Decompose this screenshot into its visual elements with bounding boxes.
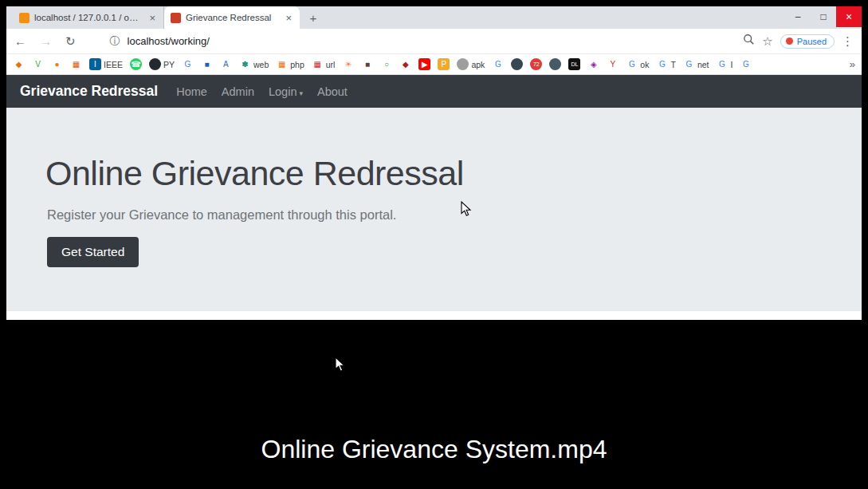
browser-titlebar: localhost / 127.0.0.1 / onlinegrie × Gri… [6,6,862,29]
bookmark-favicon-icon: ◆ [13,58,25,70]
tab-close-icon[interactable]: × [147,13,157,23]
close-button[interactable]: × [836,6,862,27]
bookmark-favicon-icon: ○ [380,58,392,70]
mouse-cursor-secondary [335,357,346,373]
bookmark-star-icon[interactable]: ☆ [762,35,772,47]
bookmark-favicon-icon: ◈ [587,58,599,70]
bookmark-favicon-icon: G [182,58,194,70]
bookmark-item[interactable]: ◆ [13,58,25,70]
bookmark-favicon-icon: G [740,58,752,70]
bookmark-item[interactable] [511,58,523,70]
bookmark-favicon-icon [457,58,469,70]
bookmark-favicon-icon: G [626,58,638,70]
hero-jumbotron: Online Grievance Redressal Register your… [6,108,862,311]
tab-title: localhost / 127.0.0.1 / onlinegrie [34,13,143,22]
tab-favicon-icon [171,13,181,23]
url-input[interactable]: localhost/working/ [128,35,744,47]
bookmark-favicon-icon: G [716,58,728,70]
bookmark-item[interactable]: G ok [626,58,649,70]
tab-favicon-icon [19,13,29,23]
hero-title: Online Grievance Redressal [45,154,862,193]
bookmark-favicon-icon: ◆ [399,58,411,70]
bookmark-item[interactable]: ▦ url [312,58,336,70]
bookmark-item[interactable]: I IEEE [89,58,123,70]
bookmark-item[interactable]: ✽ web [239,58,269,70]
bookmark-item[interactable]: PY [149,58,175,70]
tab-title: Grievance Redressal [186,13,279,22]
bookmark-item[interactable]: ☎ [130,58,142,70]
bookmarks-overflow-icon[interactable]: » [850,58,855,70]
bookmark-favicon-icon: ✽ [239,58,251,70]
bookmark-favicon-icon: ▶ [418,58,430,70]
bookmark-favicon-icon: ☀ [342,58,354,70]
bookmark-item[interactable]: V [32,58,44,70]
bookmark-favicon-icon: ● [51,58,63,70]
maximize-button[interactable]: □ [811,6,836,27]
video-caption: Online Grievance System.mp4 [0,435,868,464]
bookmark-favicon-icon: I [89,58,101,70]
tab-phpmyadmin[interactable]: localhost / 127.0.0.1 / onlinegrie × [13,6,164,29]
bookmark-item[interactable]: ▦ [70,58,82,70]
bookmark-favicon-icon: G [656,58,668,70]
address-bar-actions: ☆ Paused ⋮ [743,34,854,49]
bookmarks-list: ◆ V ● ▦ I IEEE ☎ PY G ■ A ✽ web [13,58,759,70]
back-icon[interactable]: ← [14,35,26,47]
bookmark-label: IEEE [104,60,123,69]
bookmark-favicon-icon: ■ [201,58,213,70]
bookmark-item[interactable]: ● [51,58,63,70]
bookmark-favicon-icon: ▦ [70,58,82,70]
nav-link-login[interactable]: Login▾ [261,85,310,98]
bookmark-item[interactable]: 72 [530,58,542,70]
bookmark-item[interactable]: apk [457,58,485,70]
bookmark-item[interactable]: ○ [380,58,392,70]
bookmark-favicon-icon: Y [607,58,619,70]
bookmark-item[interactable]: G T [656,58,675,70]
bookmark-favicon-icon: P [438,58,450,70]
bookmark-item[interactable]: P [438,58,450,70]
bookmark-item[interactable]: ◈ [587,58,599,70]
bookmark-item[interactable]: ☀ [342,58,354,70]
nav-link-about[interactable]: About [310,85,355,98]
browser-menu-icon[interactable]: ⋮ [842,35,854,47]
paused-label: Paused [797,37,827,46]
bookmark-label: web [253,60,269,69]
bookmark-favicon-icon: 72 [530,58,542,70]
nav-link-home[interactable]: Home [169,85,214,98]
bookmark-favicon-icon: A [220,58,232,70]
bookmark-item[interactable] [549,58,561,70]
bookmark-label: I [730,60,732,69]
extension-icon [786,37,793,45]
get-started-button[interactable]: Get Started [47,237,139,267]
bookmark-item[interactable]: G [740,58,752,70]
bookmark-item[interactable]: ▶ [418,58,430,70]
bookmark-item[interactable]: G [492,58,504,70]
extension-paused-badge[interactable]: Paused [780,34,835,49]
bookmark-favicon-icon [511,58,523,70]
bookmark-favicon-icon: ▦ [312,58,324,70]
page-info-icon[interactable]: ⓘ [110,34,120,49]
bookmark-item[interactable]: G [182,58,194,70]
zoom-icon[interactable] [743,34,755,49]
chevron-down-icon: ▾ [299,89,303,97]
bookmark-item[interactable]: G net [683,58,709,70]
bookmark-favicon-icon [149,58,161,70]
bookmark-item[interactable]: Y [607,58,619,70]
tab-close-icon[interactable]: × [284,13,293,23]
bookmark-item[interactable]: ◆ [399,58,411,70]
tab-grievance-redressal[interactable]: Grievance Redressal × [164,6,300,29]
new-tab-button[interactable]: + [303,7,324,28]
refresh-icon[interactable]: ↻ [65,35,76,47]
minimize-button[interactable]: – [785,6,811,27]
bookmark-favicon-icon [549,58,561,70]
navbar-brand[interactable]: Grievance Redressal [20,83,158,100]
bookmark-item[interactable]: A [220,58,232,70]
bookmark-item[interactable]: ▦ php [276,58,304,70]
bookmark-label: T [670,60,675,69]
bookmark-item[interactable]: DL [568,58,580,70]
bookmark-item[interactable]: ■ [201,58,213,70]
bookmark-item[interactable]: ■ [361,58,373,70]
bookmark-favicon-icon: DL [568,58,580,70]
nav-link-admin[interactable]: Admin [214,85,261,98]
forward-icon[interactable]: → [40,35,52,47]
bookmark-item[interactable]: G I [716,58,732,70]
